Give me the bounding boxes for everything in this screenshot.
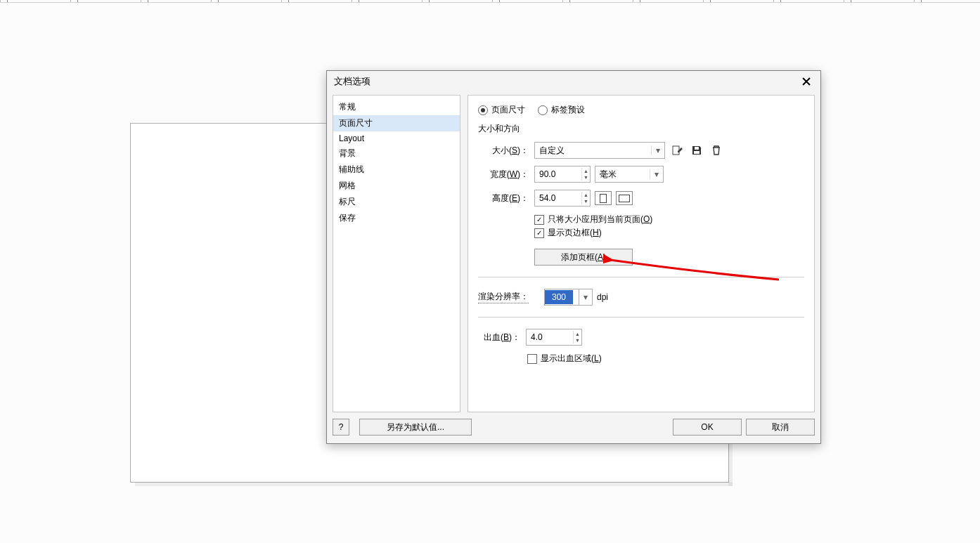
nav-item-page-size[interactable]: 页面尺寸 [333, 115, 460, 131]
help-button[interactable]: ? [333, 419, 349, 436]
dialog-titlebar: 文档选项 [327, 71, 820, 92]
trash-icon [711, 145, 722, 156]
render-resolution-label: 渲染分辨率： [478, 291, 529, 303]
close-button[interactable] [799, 74, 813, 89]
save-preset-button[interactable] [689, 143, 704, 158]
dialog-footer: ? 另存为默认值... OK 取消 [333, 417, 815, 438]
save-icon [691, 145, 702, 156]
height-label: 高度(E)： [478, 192, 529, 204]
svg-rect-0 [673, 146, 679, 155]
nav-item-guides[interactable]: 辅助线 [333, 162, 460, 178]
height-input[interactable] [535, 191, 581, 205]
render-resolution-input[interactable] [545, 290, 573, 304]
divider [478, 277, 804, 277]
nav-item-layout[interactable]: Layout [333, 131, 460, 145]
checkbox-show-page-border[interactable]: 显示页边框(H) [534, 227, 804, 239]
nav-item-background[interactable]: 背景 [333, 145, 460, 162]
save-as-defaults-button[interactable]: 另存为默认值... [359, 419, 472, 436]
bleed-spinner[interactable]: ▲▼ [526, 329, 582, 346]
horizontal-ruler [0, 0, 980, 3]
category-list: 常规 页面尺寸 Layout 背景 辅助线 网格 标尺 保存 [333, 95, 460, 412]
edit-preset-button[interactable] [669, 143, 685, 158]
nav-item-general[interactable]: 常规 [333, 99, 460, 115]
width-up[interactable]: ▲ [582, 168, 590, 174]
ok-button[interactable]: OK [673, 419, 742, 436]
close-icon [801, 77, 811, 86]
height-spinner[interactable]: ▲▼ [534, 190, 591, 207]
width-down[interactable]: ▼ [582, 174, 590, 181]
bleed-up[interactable]: ▲ [574, 331, 581, 337]
nav-item-rulers[interactable]: 标尺 [333, 194, 460, 210]
dialog-title: 文档选项 [334, 75, 370, 88]
checkbox-show-bleed-area[interactable]: 显示出血区域(L) [527, 353, 804, 365]
radio-label-preset[interactable]: 标签预设 [538, 104, 585, 116]
settings-panel: 页面尺寸 标签预设 大小和方向 大小(S)： 自定义 ▾ [468, 95, 815, 412]
render-resolution-spinner[interactable] [544, 289, 579, 306]
bleed-down[interactable]: ▼ [574, 337, 581, 344]
width-label: 宽度(W)： [478, 169, 529, 181]
delete-preset-button[interactable] [709, 143, 724, 158]
size-label: 大小(S)： [478, 145, 529, 157]
unit-combo[interactable]: 毫米 ▾ [595, 166, 664, 183]
page-edit-icon [671, 145, 683, 156]
bleed-label: 出血(B)： [478, 332, 520, 344]
nav-item-save[interactable]: 保存 [333, 210, 460, 226]
checkbox-apply-current-page[interactable]: 只将大小应用到当前页面(O) [534, 214, 804, 225]
divider [478, 317, 804, 318]
size-orientation-heading: 大小和方向 [478, 123, 804, 135]
render-resolution-dropdown[interactable]: ▾ [579, 289, 593, 306]
height-down[interactable]: ▼ [582, 198, 590, 204]
size-combo[interactable]: 自定义 ▾ [534, 142, 665, 159]
chevron-down-icon: ▾ [650, 169, 663, 179]
document-options-dialog: 文档选项 常规 页面尺寸 Layout 背景 辅助线 网格 标尺 保存 [326, 70, 821, 444]
cancel-button[interactable]: 取消 [746, 419, 815, 436]
orientation-portrait[interactable] [595, 191, 612, 205]
svg-rect-2 [694, 151, 699, 154]
bleed-input[interactable] [527, 330, 573, 344]
svg-rect-1 [695, 147, 699, 150]
nav-item-grid[interactable]: 网格 [333, 178, 460, 194]
dpi-unit: dpi [597, 292, 608, 302]
add-page-frame-button[interactable]: 添加页框(A) [534, 249, 633, 266]
width-spinner[interactable]: ▲▼ [534, 166, 591, 183]
height-up[interactable]: ▲ [582, 192, 590, 198]
orientation-landscape[interactable] [616, 191, 633, 205]
width-input[interactable] [535, 167, 581, 181]
radio-page-size[interactable]: 页面尺寸 [478, 104, 525, 116]
chevron-down-icon: ▾ [651, 145, 664, 155]
